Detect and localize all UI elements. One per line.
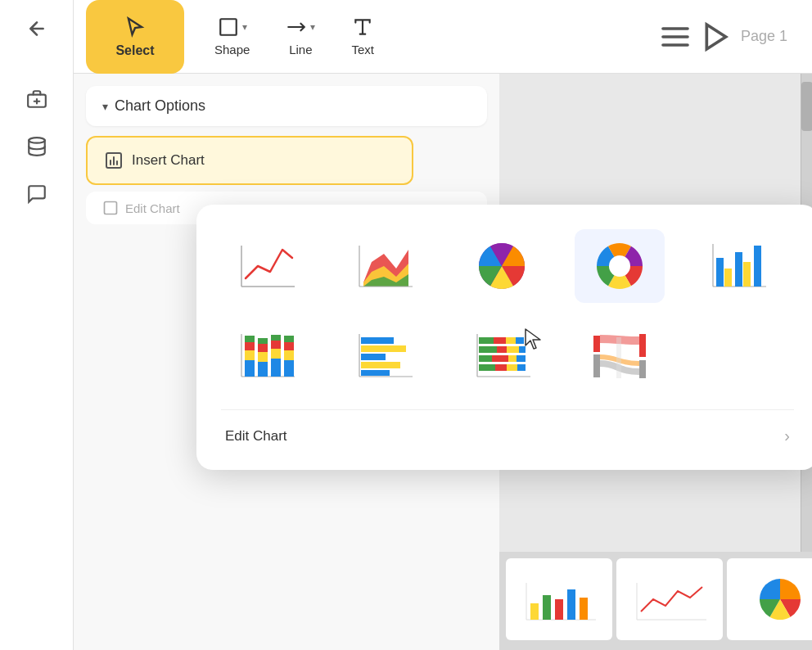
svg-rect-76 bbox=[639, 334, 646, 357]
svg-marker-8 bbox=[706, 25, 725, 49]
svg-rect-44 bbox=[271, 335, 281, 341]
svg-rect-70 bbox=[479, 364, 495, 371]
svg-rect-54 bbox=[361, 362, 400, 368]
svg-rect-34 bbox=[245, 350, 255, 360]
toolbar: Select ▾ Shape ▾ Line Te bbox=[74, 0, 812, 74]
svg-rect-29 bbox=[743, 262, 751, 287]
sidebar bbox=[0, 0, 74, 650]
svg-rect-52 bbox=[361, 345, 406, 352]
select-tool[interactable]: Select bbox=[86, 0, 184, 74]
svg-rect-82 bbox=[530, 603, 539, 620]
svg-rect-63 bbox=[497, 346, 507, 353]
page-thumb-3[interactable] bbox=[727, 558, 812, 640]
play-button[interactable] bbox=[700, 20, 733, 53]
line-label: Line bbox=[289, 43, 312, 56]
shape-label: Shape bbox=[214, 43, 250, 56]
svg-rect-83 bbox=[543, 595, 551, 620]
svg-rect-84 bbox=[555, 599, 563, 620]
list-view-button[interactable] bbox=[659, 20, 692, 53]
text-label: Text bbox=[351, 43, 374, 56]
svg-rect-36 bbox=[245, 336, 255, 342]
svg-rect-61 bbox=[516, 337, 524, 344]
svg-rect-37 bbox=[258, 362, 268, 377]
svg-rect-47 bbox=[284, 342, 294, 350]
edit-chart-text: Edit Chart bbox=[125, 201, 180, 215]
svg-rect-86 bbox=[580, 598, 588, 620]
svg-rect-68 bbox=[508, 355, 517, 362]
chevron-icon: ▾ bbox=[102, 100, 108, 113]
line-chart-option[interactable] bbox=[221, 229, 311, 303]
chart-divider bbox=[221, 409, 794, 410]
svg-rect-59 bbox=[494, 337, 506, 344]
insert-chart-button[interactable]: Insert Chart bbox=[86, 136, 413, 185]
sankey-chart-option[interactable] bbox=[575, 319, 665, 393]
page-thumb-2[interactable] bbox=[616, 558, 723, 640]
svg-rect-48 bbox=[284, 336, 294, 342]
donut-chart-option[interactable] bbox=[575, 229, 665, 303]
svg-rect-60 bbox=[506, 337, 516, 344]
svg-rect-30 bbox=[754, 246, 761, 287]
svg-rect-77 bbox=[639, 360, 646, 378]
svg-rect-73 bbox=[517, 364, 526, 371]
stacked-bar-chart-option[interactable] bbox=[221, 319, 311, 393]
bar-chart-option[interactable] bbox=[692, 229, 783, 303]
chart-options-title: Chart Options bbox=[115, 97, 205, 115]
chevron-right-icon: › bbox=[784, 427, 790, 445]
database-button[interactable] bbox=[16, 126, 57, 167]
edit-chart-dropdown-label: Edit Chart bbox=[225, 428, 287, 445]
shape-tool[interactable]: ▾ Shape bbox=[205, 10, 259, 63]
chart-type-grid bbox=[221, 229, 794, 393]
svg-rect-75 bbox=[593, 354, 600, 377]
insert-chart-label: Insert Chart bbox=[132, 152, 205, 169]
svg-rect-78 bbox=[616, 337, 621, 378]
svg-rect-13 bbox=[105, 202, 117, 214]
svg-rect-85 bbox=[567, 589, 575, 620]
edit-chart-row[interactable]: Edit Chart › bbox=[221, 418, 794, 454]
svg-rect-64 bbox=[507, 346, 519, 353]
left-panel: ▾ Chart Options Insert Chart Edit Chart bbox=[74, 74, 499, 650]
line-tool[interactable]: ▾ Line bbox=[276, 10, 325, 63]
select-label: Select bbox=[115, 43, 154, 58]
svg-rect-40 bbox=[258, 338, 268, 344]
svg-point-3 bbox=[29, 138, 45, 143]
svg-rect-33 bbox=[245, 360, 255, 377]
svg-rect-72 bbox=[507, 364, 517, 371]
text-tool[interactable]: Text bbox=[341, 10, 384, 63]
page-thumb-1[interactable] bbox=[506, 558, 612, 640]
svg-rect-35 bbox=[245, 342, 255, 350]
svg-rect-4 bbox=[220, 19, 237, 35]
svg-rect-43 bbox=[271, 341, 281, 349]
svg-rect-39 bbox=[258, 344, 268, 352]
pie-chart-option[interactable] bbox=[457, 229, 547, 303]
svg-rect-58 bbox=[479, 337, 494, 344]
svg-rect-66 bbox=[479, 355, 492, 362]
toolbox-button[interactable] bbox=[16, 79, 57, 120]
svg-rect-67 bbox=[492, 355, 508, 362]
svg-rect-26 bbox=[716, 258, 724, 287]
svg-rect-69 bbox=[517, 355, 526, 362]
page-thumbs-area bbox=[499, 552, 812, 650]
svg-rect-38 bbox=[258, 352, 268, 362]
back-button[interactable] bbox=[16, 8, 57, 49]
svg-rect-51 bbox=[361, 337, 394, 344]
svg-rect-46 bbox=[284, 350, 294, 360]
chart-type-dropdown: Edit Chart › bbox=[196, 205, 812, 470]
svg-rect-41 bbox=[271, 359, 281, 377]
stacked-horizontal-chart-option[interactable] bbox=[457, 319, 547, 393]
svg-rect-53 bbox=[361, 354, 386, 360]
svg-rect-65 bbox=[519, 346, 526, 353]
svg-rect-28 bbox=[735, 252, 742, 287]
svg-point-23 bbox=[609, 255, 630, 277]
svg-rect-45 bbox=[284, 360, 294, 377]
svg-rect-62 bbox=[479, 346, 497, 353]
svg-rect-55 bbox=[361, 370, 390, 376]
toolbar-right: Page 1 bbox=[659, 20, 804, 53]
comment-button[interactable] bbox=[16, 174, 57, 214]
panel-area: ▾ Chart Options Insert Chart Edit Chart bbox=[74, 74, 812, 650]
svg-rect-74 bbox=[593, 336, 600, 352]
chart-options-header[interactable]: ▾ Chart Options bbox=[86, 86, 487, 126]
svg-rect-42 bbox=[271, 349, 281, 359]
main-area: Select ▾ Shape ▾ Line Te bbox=[74, 0, 812, 650]
horizontal-bar-chart-option[interactable] bbox=[339, 319, 429, 393]
area-chart-option[interactable] bbox=[339, 229, 429, 303]
